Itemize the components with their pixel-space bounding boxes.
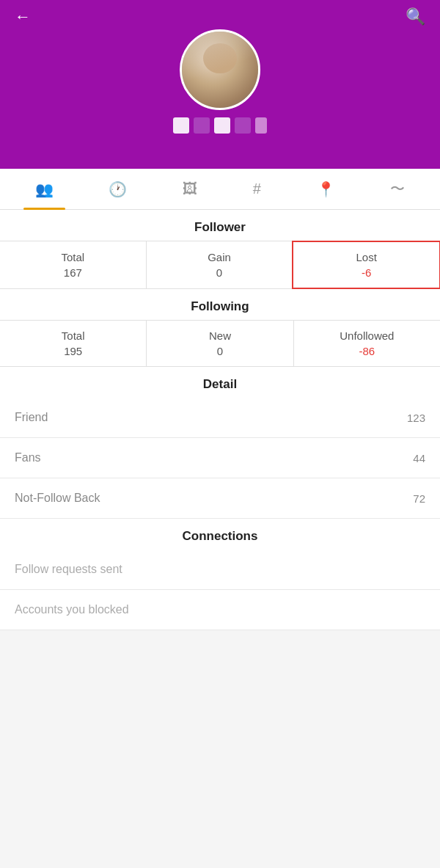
tab-media[interactable]: 🖼 bbox=[171, 175, 209, 203]
detail-row-friend[interactable]: Friend 123 bbox=[0, 398, 440, 438]
header-top-bar: ← 🔍 bbox=[0, 0, 440, 34]
history-icon: 🕐 bbox=[109, 180, 127, 198]
story-dot-1 bbox=[173, 117, 189, 134]
following-stats-grid: Total 195 New 0 Unfollowed -86 bbox=[0, 320, 440, 367]
avatar bbox=[180, 29, 260, 110]
connection-row-follow-requests[interactable]: Follow requests sent bbox=[0, 550, 440, 590]
follower-section-title: Follower bbox=[0, 210, 440, 241]
following-new-cell[interactable]: New 0 bbox=[147, 321, 293, 366]
search-button[interactable]: 🔍 bbox=[406, 7, 425, 26]
follower-stats-grid: Total 167 Gain 0 Lost -6 bbox=[0, 241, 440, 289]
detail-notfollowback-value: 72 bbox=[413, 492, 425, 505]
following-unfollowed-cell[interactable]: Unfollowed -86 bbox=[294, 321, 440, 366]
follower-lost-value: -6 bbox=[362, 266, 371, 279]
profile-header: ← 🔍 bbox=[0, 0, 440, 169]
connection-blocked-label: Accounts you blocked bbox=[15, 603, 129, 616]
detail-row-fans[interactable]: Fans 44 bbox=[0, 438, 440, 478]
following-section: Following Total 195 New 0 Unfollowed -86 bbox=[0, 289, 440, 367]
follower-total-cell[interactable]: Total 167 bbox=[0, 241, 147, 288]
detail-friend-value: 123 bbox=[407, 412, 425, 424]
back-button[interactable]: ← bbox=[15, 7, 31, 26]
story-dot-3 bbox=[214, 117, 230, 134]
follower-total-label: Total bbox=[61, 251, 84, 263]
connection-follow-requests-label: Follow requests sent bbox=[15, 563, 122, 576]
follower-lost-cell[interactable]: Lost -6 bbox=[292, 241, 440, 289]
connections-section: Connections Follow requests sent Account… bbox=[0, 519, 440, 630]
detail-section-title: Detail bbox=[0, 367, 440, 398]
following-unfollowed-value: -86 bbox=[359, 345, 375, 357]
detail-fans-label: Fans bbox=[15, 451, 41, 464]
follower-gain-label: Gain bbox=[208, 251, 231, 263]
nav-tabs: 👥 🕐 🖼 # 📍 〜 bbox=[0, 169, 440, 210]
following-total-cell[interactable]: Total 195 bbox=[0, 321, 147, 366]
following-unfollowed-label: Unfollowed bbox=[340, 329, 394, 342]
story-dot-5 bbox=[255, 117, 267, 134]
follower-total-value: 167 bbox=[64, 266, 82, 279]
followers-icon: 👥 bbox=[35, 180, 54, 198]
tab-location[interactable]: 📍 bbox=[305, 175, 347, 204]
connection-row-blocked[interactable]: Accounts you blocked bbox=[0, 590, 440, 630]
avatar-image bbox=[182, 32, 258, 108]
following-section-title: Following bbox=[0, 289, 440, 320]
follower-gain-cell[interactable]: Gain 0 bbox=[147, 241, 293, 288]
following-new-label: New bbox=[209, 329, 231, 342]
story-dots-row bbox=[173, 117, 267, 134]
main-content: Follower Total 167 Gain 0 Lost -6 Follow… bbox=[0, 210, 440, 630]
following-total-value: 195 bbox=[64, 345, 82, 357]
tab-analytics[interactable]: 〜 bbox=[378, 173, 417, 205]
detail-row-notfollowback[interactable]: Not-Follow Back 72 bbox=[0, 478, 440, 519]
connections-section-title: Connections bbox=[0, 519, 440, 550]
story-dot-4 bbox=[235, 117, 251, 134]
location-icon: 📍 bbox=[317, 180, 335, 198]
follower-gain-value: 0 bbox=[216, 266, 222, 279]
tab-followers[interactable]: 👥 bbox=[23, 175, 65, 204]
detail-section: Detail Friend 123 Fans 44 Not-Follow Bac… bbox=[0, 367, 440, 519]
detail-friend-label: Friend bbox=[15, 411, 48, 424]
media-icon: 🖼 bbox=[183, 180, 197, 197]
detail-notfollowback-label: Not-Follow Back bbox=[15, 492, 100, 505]
tab-history[interactable]: 🕐 bbox=[97, 175, 139, 204]
following-total-label: Total bbox=[62, 329, 85, 342]
story-dot-2 bbox=[194, 117, 210, 134]
hashtag-icon: # bbox=[253, 180, 261, 197]
following-new-value: 0 bbox=[217, 345, 223, 357]
tab-hashtag[interactable]: # bbox=[241, 175, 273, 203]
analytics-icon: 〜 bbox=[390, 179, 405, 199]
follower-lost-label: Lost bbox=[356, 251, 377, 263]
detail-fans-value: 44 bbox=[413, 452, 425, 464]
follower-section: Follower Total 167 Gain 0 Lost -6 bbox=[0, 210, 440, 289]
